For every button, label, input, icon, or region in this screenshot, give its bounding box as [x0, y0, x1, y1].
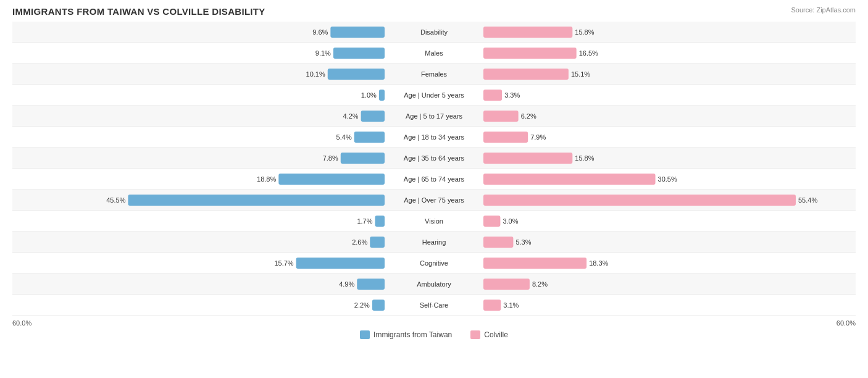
svg-rect-51 — [278, 174, 385, 185]
svg-rect-58 — [128, 195, 385, 206]
svg-text:1.7%: 1.7% — [357, 217, 372, 225]
svg-rect-93 — [372, 300, 385, 311]
svg-text:7.8%: 7.8% — [323, 154, 338, 162]
chart-container: IMMIGRANTS FROM TAIWAN VS COLVILLE DISAB… — [12, 6, 856, 339]
svg-text:Self-Care: Self-Care — [420, 301, 448, 309]
axis-label-right: 60.0% — [837, 319, 856, 327]
svg-rect-37 — [354, 132, 385, 143]
chart-source: Source: ZipAtlas.com — [791, 6, 856, 14]
svg-rect-72 — [370, 237, 385, 248]
svg-text:Age | 18 to 34 years: Age | 18 to 34 years — [404, 133, 465, 141]
svg-text:15.1%: 15.1% — [571, 70, 590, 78]
svg-rect-24 — [483, 90, 502, 101]
axis-row: 60.0% 60.0% — [12, 319, 856, 327]
chart-title: IMMIGRANTS FROM TAIWAN VS COLVILLE DISAB… — [12, 6, 265, 17]
svg-rect-38 — [483, 132, 528, 143]
svg-rect-73 — [483, 237, 513, 248]
svg-text:Hearing: Hearing — [422, 238, 446, 246]
svg-text:Age | 35 to 64 years: Age | 35 to 64 years — [404, 154, 465, 162]
svg-rect-44 — [341, 153, 385, 164]
svg-rect-59 — [483, 195, 796, 206]
svg-rect-2 — [330, 27, 385, 38]
svg-text:Males: Males — [425, 49, 443, 57]
legend-item-right: Colville — [470, 330, 508, 339]
svg-rect-79 — [296, 258, 385, 269]
svg-text:3.1%: 3.1% — [503, 301, 519, 309]
svg-text:16.5%: 16.5% — [579, 49, 598, 57]
svg-text:45.5%: 45.5% — [106, 196, 125, 204]
svg-rect-52 — [483, 174, 656, 185]
svg-text:Ambulatory: Ambulatory — [417, 280, 451, 288]
svg-text:3.0%: 3.0% — [503, 217, 518, 225]
svg-rect-31 — [483, 111, 519, 122]
svg-rect-16 — [328, 69, 385, 80]
legend-color-left — [360, 330, 370, 339]
svg-text:Vision: Vision — [425, 217, 443, 225]
svg-text:15.8%: 15.8% — [575, 28, 594, 36]
svg-text:15.8%: 15.8% — [575, 154, 594, 162]
svg-rect-9 — [333, 48, 385, 59]
svg-text:9.1%: 9.1% — [315, 49, 331, 57]
svg-text:4.2%: 4.2% — [343, 112, 359, 120]
svg-text:Age | 65 to 74 years: Age | 65 to 74 years — [404, 175, 465, 183]
axis-label-left: 60.0% — [12, 319, 31, 327]
svg-text:Age | Under 5 years: Age | Under 5 years — [404, 91, 464, 99]
svg-text:2.2%: 2.2% — [354, 301, 370, 309]
svg-text:4.9%: 4.9% — [339, 280, 354, 288]
svg-text:Cognitive: Cognitive — [420, 259, 448, 267]
svg-text:1.0%: 1.0% — [361, 91, 377, 99]
svg-rect-30 — [361, 111, 385, 122]
svg-text:18.3%: 18.3% — [589, 259, 608, 267]
svg-text:Females: Females — [421, 70, 448, 78]
svg-text:Age | 5 to 17 years: Age | 5 to 17 years — [406, 112, 463, 120]
svg-rect-45 — [483, 153, 572, 164]
chart-body: 9.6%15.8%Disability9.1%16.5%Males10.1%15… — [12, 22, 856, 339]
legend-item-left: Immigrants from Taiwan — [360, 330, 452, 339]
svg-text:7.9%: 7.9% — [530, 133, 546, 141]
svg-text:9.6%: 9.6% — [312, 28, 328, 36]
svg-text:55.4%: 55.4% — [798, 196, 817, 204]
legend-label-right: Colville — [484, 330, 508, 339]
svg-rect-86 — [357, 279, 385, 290]
svg-text:30.5%: 30.5% — [658, 175, 677, 183]
svg-rect-10 — [483, 48, 577, 59]
svg-text:15.7%: 15.7% — [274, 259, 293, 267]
svg-text:6.2%: 6.2% — [521, 112, 536, 120]
svg-text:3.3%: 3.3% — [504, 91, 520, 99]
svg-rect-94 — [483, 300, 501, 311]
svg-rect-87 — [483, 279, 530, 290]
svg-text:18.8%: 18.8% — [257, 175, 276, 183]
svg-rect-17 — [483, 69, 569, 80]
legend-color-right — [470, 330, 480, 339]
svg-text:Disability: Disability — [420, 28, 448, 36]
svg-text:2.6%: 2.6% — [352, 238, 367, 246]
svg-rect-23 — [379, 90, 385, 101]
chart-header: IMMIGRANTS FROM TAIWAN VS COLVILLE DISAB… — [12, 6, 856, 17]
svg-text:8.2%: 8.2% — [532, 280, 548, 288]
svg-rect-3 — [483, 27, 572, 38]
svg-text:10.1%: 10.1% — [306, 70, 325, 78]
legend: Immigrants from Taiwan Colville — [12, 330, 856, 339]
legend-label-left: Immigrants from Taiwan — [373, 330, 452, 339]
svg-text:5.4%: 5.4% — [336, 133, 352, 141]
svg-text:Age | Over 75 years: Age | Over 75 years — [404, 196, 464, 204]
svg-rect-65 — [375, 216, 385, 227]
svg-rect-66 — [483, 216, 500, 227]
chart-rows: 9.6%15.8%Disability9.1%16.5%Males10.1%15… — [12, 22, 856, 316]
svg-rect-80 — [483, 258, 586, 269]
svg-text:5.3%: 5.3% — [515, 238, 531, 246]
